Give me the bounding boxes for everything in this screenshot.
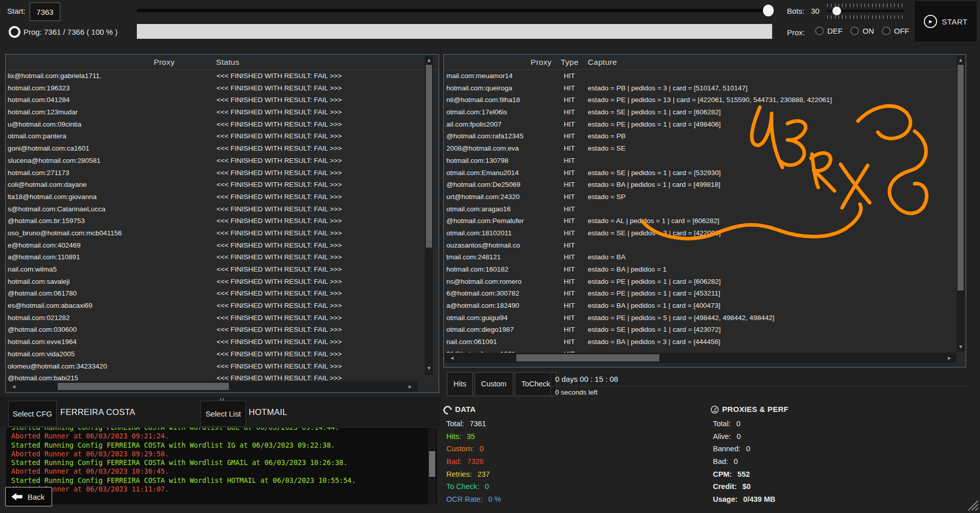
hit-result-row[interactable]: mail.com:meuamor14 HIT <box>444 70 965 82</box>
result-type-cell: HIT <box>564 130 575 142</box>
scroll-right-icon[interactable]: ▶ <box>406 382 414 390</box>
hit-result-row[interactable]: @hotmail.com:rafa12345 HIT estado = PB <box>444 130 965 142</box>
hit-result-row[interactable]: otmail.com:Emanu2014 HIT estado = SE | p… <box>444 167 965 179</box>
proxy-mode-radio[interactable]: DEF <box>815 27 843 35</box>
fail-panel-vertical-scrollbar[interactable]: ▲ ▼ <box>425 56 433 375</box>
window-resize-grip[interactable] <box>967 500 978 511</box>
hit-result-row[interactable]: otmail.com:17el06is HIT estado = SE | pe… <box>444 106 965 118</box>
fail-result-row[interactable]: @hotmail.com:061780 <<< FINISHED WITH RE… <box>6 287 438 300</box>
fail-result-row[interactable]: hotmail.com:vida2005 <<< FINISHED WITH R… <box>6 348 438 360</box>
log-line: Started Running Config FERREIRA COSTA wi… <box>11 458 425 467</box>
fail-result-row[interactable]: olomeu@hotmail.com:34233420 <<< FINISHED… <box>6 360 438 373</box>
fail-result-row[interactable]: oso_bruno@hotmail.com:mcb041156 <<< FINI… <box>6 227 438 239</box>
fail-result-row[interactable]: slucena@hotmail.com:280581 <<< FINISHED … <box>6 155 438 167</box>
hit-result-row[interactable]: hotmail.com:queiroga HIT estado = PB | p… <box>444 82 965 94</box>
hit-result-row[interactable]: 6@hotmail.com:300782 HIT estado = PE | p… <box>444 287 965 300</box>
scroll-up-icon[interactable]: ▲ <box>425 56 433 64</box>
fail-result-row[interactable]: hotmail.com:123mudar <<< FINISHED WITH R… <box>6 106 438 118</box>
hit-result-row[interactable]: ns@hotmail.com:romero HIT estado = PE | … <box>444 276 965 288</box>
result-tab[interactable]: Hits <box>447 372 473 396</box>
scrollbar-thumb[interactable] <box>516 354 659 361</box>
hit-result-row[interactable]: 2008@hotmail.com:eva HIT estado = SE <box>444 142 965 155</box>
scroll-down-icon[interactable]: ▼ <box>425 364 433 372</box>
timer-remaining: 0 seconds left <box>555 388 597 396</box>
fail-result-row[interactable]: a@hotmail.com:110891 <<< FINISHED WITH R… <box>6 251 438 263</box>
fail-result-row[interactable]: @hotmail.com:030600 <<< FINISHED WITH RE… <box>6 324 438 336</box>
start-input[interactable] <box>30 3 60 21</box>
gauge-icon <box>710 405 719 414</box>
hit-panel-vertical-scrollbar[interactable]: ▲ ▼ <box>957 56 965 352</box>
progress-radio-icon[interactable] <box>9 26 20 38</box>
result-status-cell: <<< FINISHED WITH RESULT: FAIL >>> <box>217 348 342 360</box>
result-capture-cell: estado = BA | pedidos = 1 <box>588 263 666 276</box>
hit-result-row[interactable]: nti@hotmail.com:filha18 HIT estado = PE … <box>444 94 965 106</box>
timer-elapsed: 0 days 00 : 15 : 08 <box>555 375 618 383</box>
start-button[interactable]: ▶ START <box>915 2 976 41</box>
result-tab[interactable]: Custom <box>474 372 513 396</box>
fail-panel-horizontal-scrollbar[interactable]: ◀ ▶ <box>7 381 417 392</box>
hit-result-row[interactable]: otmail.com:18102011 HIT estado = SE | pe… <box>444 227 965 239</box>
scrollbar-thumb[interactable] <box>58 383 229 390</box>
scrollbar-thumb[interactable] <box>429 451 435 477</box>
hit-panel-horizontal-scrollbar[interactable]: ◀ ▶ <box>445 353 957 363</box>
result-data-cell: @hotmail.com:De25069 <box>446 179 529 191</box>
fail-result-row[interactable]: otmail.com:pantera <<< FINISHED WITH RES… <box>6 130 438 142</box>
hit-result-row[interactable]: otmail.com:diego1987 HIT estado = SE | p… <box>444 324 965 336</box>
scrollbar-thumb[interactable] <box>426 65 432 248</box>
scrollbar-thumb[interactable] <box>958 65 964 290</box>
fail-result-row[interactable]: lta18@hotmail.com:giovanna <<< FINISHED … <box>6 191 438 203</box>
fail-result-row[interactable]: hotmail.com:041284 <<< FINISHED WITH RES… <box>6 94 438 106</box>
select-cfg-button[interactable]: Select CFG <box>8 401 57 427</box>
fail-result-row[interactable]: e@hotmail.com:402469 <<< FINISHED WITH R… <box>6 239 438 252</box>
fail-result-row[interactable]: es@hotmail.com:abacaxi69 <<< FINISHED WI… <box>6 300 438 312</box>
start-position-slider-thumb[interactable] <box>763 5 774 16</box>
proxy-mode-radio[interactable]: ON <box>850 27 874 35</box>
hit-result-row[interactable]: hotmail.com:160182 HIT estado = BA | ped… <box>444 263 965 276</box>
fail-result-row[interactable]: hotmail.com:evve1964 <<< FINISHED WITH R… <box>6 336 438 348</box>
result-capture-cell: estado = SE | pedidos = 3 | card = [4220… <box>588 227 721 239</box>
fail-result-row[interactable]: s@hotmail.com:CatarinaeLucca <<< FINISHE… <box>6 203 438 215</box>
hit-result-row[interactable]: urt@hotmail.com:24320 HIT estado = SP <box>444 191 965 203</box>
fail-result-row[interactable]: hotmail.com:savaleji <<< FINISHED WITH R… <box>6 276 438 288</box>
bots-slider-thumb[interactable] <box>832 7 841 15</box>
hit-result-row[interactable]: otmail.com:guigui94 HIT estado = PE | pe… <box>444 312 965 324</box>
hit-result-row[interactable]: @hotmail.com:Pemalufer HIT estado = AL |… <box>444 215 965 227</box>
scroll-left-icon[interactable]: ◀ <box>448 354 456 362</box>
back-button[interactable]: Back <box>5 487 52 506</box>
start-position-slider[interactable] <box>137 9 772 12</box>
data-stats: Total:7361 Hits:35 Custom:0 Bad:7326 Ret… <box>446 419 501 504</box>
scroll-right-icon[interactable]: ▶ <box>945 354 953 362</box>
result-status-cell: <<< FINISHED WITH RESULT: FAIL >>> <box>217 191 342 203</box>
log-vertical-scrollbar[interactable] <box>428 428 436 504</box>
hit-result-row[interactable]: otmail.com:aragao16 HIT <box>444 203 965 215</box>
hit-result-row[interactable]: a@hotmail.com:182490 HIT estado = BA | p… <box>444 300 965 312</box>
scroll-up-icon[interactable]: ▲ <box>957 56 965 64</box>
fail-result-row[interactable]: coli@hotmail.com:dayane <<< FINISHED WIT… <box>6 179 438 191</box>
fail-result-row[interactable]: nail.com:wilma5 <<< FINISHED WITH RESULT… <box>6 263 438 276</box>
stat-label: Credit: <box>713 482 737 491</box>
hit-result-row[interactable]: ouzasantos@hotmail.co HIT <box>444 239 965 252</box>
result-data-cell: a@hotmail.com:182490 <box>446 300 529 312</box>
select-list-button[interactable]: Select List <box>200 401 246 427</box>
scroll-left-icon[interactable]: ◀ <box>10 382 18 390</box>
proxy-mode-radio[interactable]: OFF <box>882 27 910 35</box>
fail-result-row[interactable]: u@hotmail.com:09cintia <<< FINISHED WITH… <box>6 118 438 131</box>
fail-result-row[interactable]: hotmail.com:196323 <<< FINISHED WITH RES… <box>6 82 438 94</box>
result-status-cell: <<< FINISHED WITH RESULT: FAIL >>> <box>217 360 342 373</box>
stat-row: Banned:0 <box>713 444 775 454</box>
fail-result-row[interactable]: goni@hotmail.com:ca1601 <<< FINISHED WIT… <box>6 142 438 155</box>
hit-result-row[interactable]: hotmail.com:130798 HIT <box>444 155 965 167</box>
hit-result-row[interactable]: nail.com:061091 HIT estado = BA | pedido… <box>444 336 965 348</box>
fail-result-row[interactable]: lix@hotmail.com:gabriela1711. <<< FINISH… <box>6 70 438 82</box>
fail-result-row[interactable]: hotmail.com:271173 <<< FINISHED WITH RES… <box>6 167 438 179</box>
result-status-cell: <<< FINISHED WITH RESULT: FAIL >>> <box>217 239 342 252</box>
hit-result-row[interactable]: ail.com:fpolis2007 HIT estado = PE | ped… <box>444 118 965 131</box>
bots-slider[interactable] <box>827 4 904 19</box>
fail-result-row[interactable]: hotmail.com:021282 <<< FINISHED WITH RES… <box>6 312 438 324</box>
stat-row: Credit:$0 <box>713 481 775 492</box>
fail-result-row[interactable]: @hotmail.com.br:159753 <<< FINISHED WITH… <box>6 215 438 227</box>
hit-result-row[interactable]: tmail.com:248121 HIT estado = BA <box>444 251 965 263</box>
log-console: Started Running Config FERREIRA COSTA wi… <box>6 428 437 504</box>
scroll-down-icon[interactable]: ▼ <box>957 343 965 351</box>
hit-result-row[interactable]: @hotmail.com:De25069 HIT estado = BA | p… <box>444 179 965 191</box>
